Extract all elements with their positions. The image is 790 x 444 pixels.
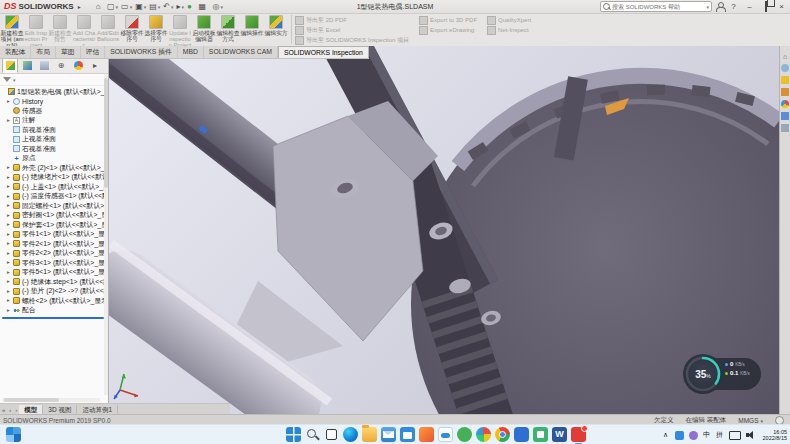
tab-nav-arrow-icon[interactable]: « bbox=[0, 407, 7, 413]
appearances-icon[interactable] bbox=[781, 100, 789, 108]
store-icon[interactable] bbox=[400, 427, 415, 442]
taskbar-clock[interactable]: 16:05 2022/8/15 bbox=[763, 429, 787, 442]
propertymanager-tab[interactable] bbox=[19, 58, 35, 73]
ime-mode[interactable]: 拼 bbox=[716, 427, 724, 443]
ribbon-button[interactable]: 新建检查报告 bbox=[48, 13, 72, 46]
ribbon-button[interactable]: Edit Inspection Project bbox=[24, 13, 48, 46]
export-menu-item[interactable]: Export to 3D PDF bbox=[419, 16, 477, 24]
tree-item[interactable]: ▸ 零件2<1> (默认<<默认>_显示状 bbox=[0, 239, 108, 249]
tree-horizontal-scrollbar[interactable] bbox=[2, 398, 100, 402]
tree-item[interactable]: ▸ 零件3<1> (默认<<默认>_显示状 bbox=[0, 258, 108, 268]
volume-tray-icon[interactable] bbox=[746, 427, 758, 443]
login-icon[interactable] bbox=[715, 2, 724, 11]
tree-vertical-scrollbar[interactable] bbox=[104, 74, 108, 395]
tree-item[interactable]: ▸ (-) 上盖<1> (默认<<默认>_显示状 bbox=[0, 182, 108, 192]
graphics-area[interactable]: 35% 0 KB/s 0.1 KB/s bbox=[108, 46, 779, 414]
widgets-button[interactable] bbox=[6, 427, 21, 442]
close-button[interactable]: × bbox=[775, 1, 788, 12]
select-icon[interactable]: ▸ ▾ bbox=[176, 1, 186, 12]
commandmanager-tab[interactable]: SOLIDWORKS Inspection bbox=[278, 46, 369, 58]
rebuild-icon[interactable]: ● ▾ bbox=[186, 1, 196, 12]
tree-item[interactable]: ▸ History bbox=[0, 97, 108, 107]
tree-item[interactable]: ▸ 传感器 bbox=[0, 106, 108, 116]
edge-icon[interactable] bbox=[343, 427, 358, 442]
tree-item[interactable]: ▸ 注解 bbox=[0, 116, 108, 126]
app-device-icon[interactable] bbox=[514, 427, 529, 442]
export-menu-item[interactable]: Export eDrawing bbox=[419, 26, 477, 34]
rollback-bar[interactable] bbox=[2, 317, 104, 319]
word-icon[interactable] bbox=[552, 427, 567, 442]
commandmanager-tab[interactable]: 布局 bbox=[31, 46, 56, 58]
file-explorer-icon[interactable] bbox=[362, 427, 377, 442]
tree-item[interactable]: ▸ 零件2<2> (默认<<默认>_显示状 bbox=[0, 249, 108, 259]
tree-item[interactable]: ▸ 保护套<1> (默认<<默认>_显示状 bbox=[0, 220, 108, 230]
design-library-icon[interactable] bbox=[781, 76, 789, 84]
document-tab[interactable]: 3D 视图 bbox=[43, 405, 77, 415]
file-properties-icon[interactable]: ▦ ▾ bbox=[197, 1, 210, 12]
tree-item[interactable]: ▸ 1型铠装热电偶 (默认<默认>_显示状态-1 bbox=[0, 87, 108, 97]
widget-percent-circle[interactable]: 35% bbox=[683, 354, 723, 394]
tree-item[interactable]: ▸ (-) 垫片 (2)<2> ->? (默认<<默认> bbox=[0, 287, 108, 297]
tree-filter[interactable]: ▾ bbox=[0, 74, 108, 86]
commandmanager-tab[interactable]: 评估 bbox=[81, 46, 106, 58]
app-orange-icon[interactable] bbox=[419, 427, 434, 442]
help-search-box[interactable]: ▾ bbox=[600, 1, 712, 12]
minimize-button[interactable]: – bbox=[743, 1, 756, 12]
tree-item[interactable]: ▸ 零件5<1> (默认<<默认>_显示状 bbox=[0, 268, 108, 278]
ribbon-button[interactable]: Add Characteristic bbox=[72, 13, 96, 46]
displaymanager-tab[interactable] bbox=[70, 58, 86, 73]
tree-item[interactable]: ▸ (-) 绝缘堵片<1> (默认<<默认>_显示状 bbox=[0, 173, 108, 183]
app-red-icon[interactable] bbox=[571, 427, 586, 442]
view-palette-icon[interactable] bbox=[781, 88, 789, 96]
display-tray-icon[interactable] bbox=[729, 427, 741, 443]
print-icon[interactable]: ▤ ▾ bbox=[148, 1, 161, 12]
help-button[interactable]: ? bbox=[727, 1, 740, 12]
tree-item[interactable]: ▸ 前视基准面 bbox=[0, 125, 108, 135]
commandmanager-tab[interactable]: MBD bbox=[178, 46, 204, 58]
commandmanager-tab[interactable]: 装配体 bbox=[0, 46, 31, 58]
dimxpertmanager-tab[interactable]: ⊕ bbox=[53, 58, 69, 73]
mail-icon[interactable] bbox=[381, 427, 396, 442]
tree-item[interactable]: ▸ 配合 bbox=[0, 306, 108, 316]
tree-item[interactable]: ▸ 固定螺栓<1> (默认<<默认>_显示 bbox=[0, 201, 108, 211]
net-speed-widget[interactable]: 35% 0 KB/s 0.1 KB/s bbox=[683, 354, 763, 394]
new-document-icon[interactable]: ▢ ▾ bbox=[106, 1, 119, 12]
featuremanager-tab[interactable] bbox=[2, 58, 18, 73]
search-input[interactable] bbox=[612, 3, 704, 11]
export-menu-item[interactable]: 导出至 Excel bbox=[295, 26, 409, 34]
search-button[interactable] bbox=[305, 427, 320, 442]
ribbon-button[interactable]: Update Inspection Project bbox=[168, 13, 192, 46]
open-icon[interactable]: ▭ ▾ bbox=[120, 1, 133, 12]
custom-properties-icon[interactable] bbox=[781, 112, 789, 120]
tree-item[interactable]: ▸ (-) 温度传感器<1> (默认<<默认>_ bbox=[0, 192, 108, 202]
export-menu-item[interactable]: 导出至 2D PDF bbox=[295, 16, 409, 24]
export-menu-item[interactable]: 导出至 SOLIDWORKS Inspection 项目 bbox=[295, 36, 409, 44]
tree-item[interactable]: ▸ 密封圈<1> (默认<<默认>_显示状 bbox=[0, 211, 108, 221]
commandmanager-tab[interactable]: 草图 bbox=[56, 46, 81, 58]
ime-language[interactable]: 中 bbox=[703, 427, 711, 443]
home-icon[interactable]: ⌂ ▾ bbox=[95, 1, 105, 12]
tray-blue-icon[interactable] bbox=[675, 427, 684, 443]
menu-expand-icon[interactable]: ▸ bbox=[78, 3, 81, 10]
app-green-icon[interactable] bbox=[457, 427, 472, 442]
start-button[interactable] bbox=[286, 427, 301, 442]
options-icon[interactable]: ◎ ▾ bbox=[212, 1, 225, 12]
web-resources-icon[interactable] bbox=[781, 64, 789, 72]
ribbon-button[interactable]: Add/Edit Balloons bbox=[96, 13, 120, 46]
3d-model[interactable] bbox=[108, 46, 779, 414]
app-cloud-icon[interactable] bbox=[438, 427, 453, 442]
restore-button[interactable] bbox=[759, 1, 772, 12]
ribbon-button[interactable]: 选择零件序号 bbox=[144, 13, 168, 46]
ribbon-button[interactable]: 编辑操作 bbox=[240, 13, 264, 46]
ribbon-button[interactable]: 编辑实方 bbox=[264, 13, 288, 46]
units-selector[interactable]: MMGS▾ bbox=[738, 417, 763, 424]
document-tab[interactable]: 模型 bbox=[19, 405, 43, 415]
app-wps-icon[interactable] bbox=[533, 427, 548, 442]
task-view-button[interactable] bbox=[324, 427, 339, 442]
tree-item[interactable]: ▸ 原点 bbox=[0, 154, 108, 164]
tab-overflow[interactable]: ▸ bbox=[87, 58, 103, 73]
export-menu-item[interactable]: QualityXpert bbox=[487, 16, 531, 24]
tree-item[interactable]: ▸ 右视基准面 bbox=[0, 144, 108, 154]
ribbon-button[interactable]: 移除零件序号 bbox=[120, 13, 144, 46]
save-icon[interactable]: ▣ ▾ bbox=[134, 1, 147, 12]
